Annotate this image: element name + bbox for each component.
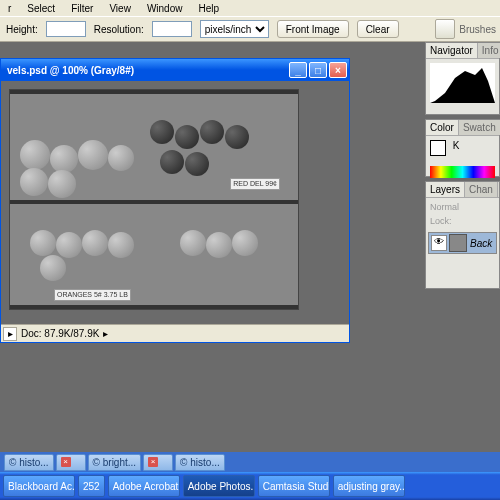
brushes-tab[interactable]: Brushes (459, 24, 496, 35)
layer-row-background[interactable]: 👁 Back (428, 232, 497, 254)
browser-tab[interactable]: × (143, 454, 173, 471)
menu-window[interactable]: Window (141, 2, 189, 15)
tab-close-icon[interactable]: × (61, 457, 71, 467)
windows-taskbar: Blackboard Ac... 252 Adobe Acrobat... Ad… (0, 472, 500, 500)
panels-dock: NavigatorInfo ColorSwatch K LayersChan N… (425, 42, 500, 293)
k-channel-label: K (453, 140, 460, 151)
units-select[interactable]: pixels/inch (200, 20, 269, 38)
visibility-eye-icon[interactable]: 👁 (431, 235, 447, 251)
menu-view[interactable]: View (103, 2, 137, 15)
document-statusbar: ▸ Doc: 87.9K/87.9K ▸ (1, 324, 349, 342)
browser-tab[interactable]: © histo... (175, 454, 225, 471)
zoom-popup-button[interactable]: ▸ (3, 327, 17, 341)
front-image-button[interactable]: Front Image (277, 20, 349, 38)
resolution-input[interactable] (152, 21, 192, 37)
price-sign-1: RED DEL 99¢ (230, 178, 280, 190)
document-titlebar[interactable]: vels.psd @ 100% (Gray/8#) _ □ × (1, 59, 349, 81)
tab-swatches[interactable]: Swatch (459, 120, 500, 135)
maximize-icon[interactable]: □ (309, 62, 327, 78)
menu-help[interactable]: Help (192, 2, 225, 15)
palette-toggle-icon[interactable] (435, 19, 455, 39)
color-panel: ColorSwatch K (425, 119, 500, 177)
document-size-label: Doc: 87.9K/87.9K (21, 328, 99, 339)
menu-item[interactable]: r (2, 2, 17, 15)
price-sign-2: ORANGES 5# 3.75 LB (54, 289, 131, 301)
taskbar-button[interactable]: Camtasia Studi... (258, 475, 330, 497)
blend-mode-select[interactable]: Normal (428, 200, 497, 214)
layer-name: Back (470, 238, 492, 249)
browser-tab[interactable]: © bright... (88, 454, 142, 471)
navigator-panel: NavigatorInfo (425, 42, 500, 115)
foreground-swatch[interactable] (430, 140, 446, 156)
taskbar-button[interactable]: adjusting gray... (333, 475, 405, 497)
tab-close-icon[interactable]: × (148, 457, 158, 467)
histogram-display (426, 59, 499, 114)
lock-label: Lock: (428, 214, 497, 228)
document-image[interactable]: RED DEL 99¢ ORANGES 5# 3.75 LB (9, 89, 299, 310)
menu-select[interactable]: Select (21, 2, 61, 15)
tab-navigator[interactable]: Navigator (426, 43, 478, 58)
color-ramp[interactable] (430, 166, 495, 178)
browser-tab[interactable]: © histo... (4, 454, 54, 471)
status-arrow-icon[interactable]: ▸ (103, 328, 108, 339)
browser-tab[interactable]: × (56, 454, 86, 471)
tab-layers[interactable]: Layers (426, 182, 465, 197)
minimize-icon[interactable]: _ (289, 62, 307, 78)
palette-well: Brushes (431, 16, 500, 42)
taskbar-button[interactable]: Blackboard Ac... (3, 475, 75, 497)
browser-tabstrip: © histo... × © bright... × © histo... (0, 452, 500, 472)
main-menubar: r Select Filter View Window Help (0, 0, 500, 16)
svg-marker-0 (430, 68, 495, 103)
document-window: vels.psd @ 100% (Gray/8#) _ □ × RED DEL … (0, 58, 350, 343)
taskbar-button[interactable]: 252 (78, 475, 105, 497)
resolution-label: Resolution: (94, 24, 144, 35)
close-icon[interactable]: × (329, 62, 347, 78)
document-title: vels.psd @ 100% (Gray/8#) (3, 65, 134, 76)
taskbar-button[interactable]: Adobe Acrobat... (108, 475, 180, 497)
menu-filter[interactable]: Filter (65, 2, 99, 15)
document-canvas-area: RED DEL 99¢ ORANGES 5# 3.75 LB (1, 81, 349, 324)
options-bar: Height: Resolution: pixels/inch Front Im… (0, 16, 500, 42)
taskbar-button-active[interactable]: Adobe Photos... (183, 475, 255, 497)
clear-button[interactable]: Clear (357, 20, 399, 38)
tab-channels[interactable]: Chan (465, 182, 498, 197)
tab-color[interactable]: Color (426, 120, 459, 135)
tab-info[interactable]: Info (478, 43, 500, 58)
height-input[interactable] (46, 21, 86, 37)
height-label: Height: (6, 24, 38, 35)
layer-thumbnail (449, 234, 467, 252)
layers-panel: LayersChan Normal Lock: 👁 Back (425, 181, 500, 289)
